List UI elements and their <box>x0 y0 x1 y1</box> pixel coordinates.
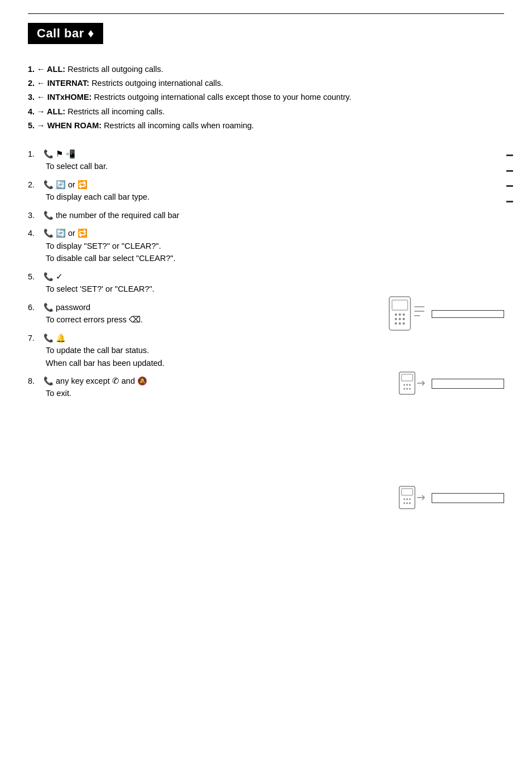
phone-sketch-3 <box>398 485 428 510</box>
page-header <box>28 11 504 14</box>
step-7-text: To update the call bar status. <box>46 344 504 356</box>
step-7: 7. 📞 🔔 To update the call bar status. Wh… <box>28 332 504 369</box>
step-4: 4. 📞 🔄 or 🔁 To display "SET?" or "CLEAR?… <box>28 227 504 264</box>
step-3: 3. 📞 the number of the required call bar <box>28 209 504 221</box>
svg-point-25 <box>404 499 405 500</box>
display-screen-2 <box>432 379 504 389</box>
section1-title: Call bar ♦ <box>28 23 103 44</box>
svg-point-5 <box>395 318 397 320</box>
phone-sketch-1 <box>386 296 428 332</box>
svg-point-7 <box>403 318 405 320</box>
svg-point-16 <box>404 384 405 386</box>
svg-point-9 <box>399 322 401 325</box>
list-item-4: 4. → ALL: Restricts all incoming calls. <box>28 105 504 118</box>
display-box-3-container <box>398 485 504 510</box>
step-4-subtext: To disable call bar select "CLEAR?". <box>46 252 504 264</box>
display-box-2-container <box>398 371 504 396</box>
list-item-5: 5. → WHEN ROAM: Restricts all incoming c… <box>28 119 504 132</box>
phone-sketch-svg-1 <box>386 296 428 332</box>
step-7-subtext: When call bar has been updated. <box>46 357 504 369</box>
svg-point-4 <box>403 313 405 316</box>
step-3-text: 📞 the number of the required call bar <box>43 211 180 220</box>
svg-rect-15 <box>402 374 413 381</box>
display-screen-3 <box>432 493 504 503</box>
scroll-line-4 <box>506 201 513 202</box>
svg-point-30 <box>409 503 411 504</box>
display-screen-1 <box>432 310 504 318</box>
svg-point-21 <box>409 388 411 390</box>
svg-point-10 <box>403 322 405 325</box>
svg-point-18 <box>409 384 411 386</box>
list-item-2: 2. ← INTERNAT: Restricts outgoing intern… <box>28 77 504 90</box>
step-5-text: To select 'SET?' or "CLEAR?". <box>46 283 504 295</box>
svg-point-2 <box>395 313 397 316</box>
svg-point-27 <box>409 499 411 500</box>
phone-sketch-svg-2 <box>398 371 428 396</box>
svg-point-17 <box>407 384 408 386</box>
step-5: 5. 📞 ✓ To select 'SET?' or "CLEAR?". <box>28 271 504 296</box>
list-item-1: 1. ← ALL: Restricts all outgoing calls. <box>28 63 504 76</box>
step-1-text: To select call bar. <box>46 160 504 172</box>
step-1: 1. 📞 ⚑ 📲 To select call bar. <box>28 148 504 173</box>
svg-point-20 <box>407 388 408 390</box>
scroll-line-1 <box>506 154 513 156</box>
list-item-3: 3. ← INTxHOME: Restricts outgoing intern… <box>28 91 504 104</box>
svg-point-29 <box>407 503 408 504</box>
svg-rect-24 <box>402 489 413 495</box>
call-bar-list: 1. ← ALL: Restricts all outgoing calls. … <box>28 63 504 132</box>
phone-sketch-svg-3 <box>398 485 428 510</box>
scroll-line-3 <box>506 185 513 187</box>
scroll-line-2 <box>506 170 513 172</box>
svg-point-6 <box>399 318 401 320</box>
step-4-text: To display "SET?" or "CLEAR?". <box>46 240 504 252</box>
svg-point-26 <box>407 499 408 500</box>
phone-sketch-2 <box>398 371 428 396</box>
svg-point-3 <box>399 313 401 316</box>
step-2: 2. 📞 🔄 or 🔁 To display each call bar typ… <box>28 178 504 204</box>
svg-point-8 <box>395 322 397 325</box>
svg-point-19 <box>404 388 405 390</box>
svg-point-28 <box>404 503 405 504</box>
scrollbar <box>505 148 514 209</box>
svg-rect-1 <box>392 300 408 310</box>
step-2-text: To display each call bar type. <box>46 191 504 203</box>
display-box-1-container <box>386 296 504 332</box>
steps-container: 1. 📞 ⚑ 📲 To select call bar. 2. 📞 🔄 or 🔁… <box>28 148 504 400</box>
